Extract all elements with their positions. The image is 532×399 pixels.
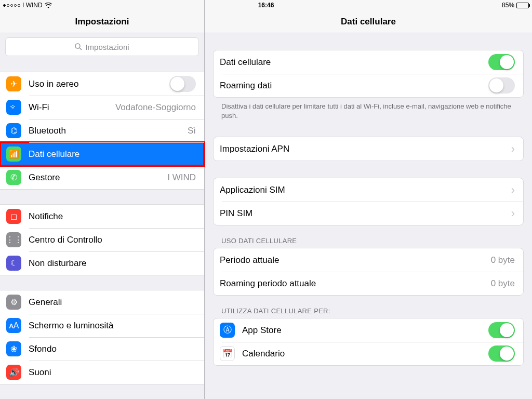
roaming-period-value: 0 byte bbox=[491, 278, 515, 289]
sidebar-item-label: Uso in aereo bbox=[29, 79, 169, 89]
appstore-switch[interactable] bbox=[488, 322, 515, 338]
chevron-right-icon: › bbox=[511, 183, 515, 197]
sidebar-item-dnd[interactable]: ☾Non disturbare bbox=[0, 251, 204, 275]
sidebar-item-label: Gestore bbox=[29, 172, 163, 183]
current-period-label: Periodo attuale bbox=[220, 255, 487, 265]
sidebar-item-label: Non disturbare bbox=[29, 258, 196, 269]
sidebar-item-controlcenter[interactable]: ⋮⋮Centro di Controllo bbox=[0, 228, 204, 251]
sidebar-item-label: Suoni bbox=[29, 367, 196, 378]
phone-icon: ✆ bbox=[6, 170, 21, 185]
cellular-data-switch[interactable] bbox=[488, 54, 515, 70]
search-icon bbox=[75, 43, 82, 50]
clock: 16:46 bbox=[258, 2, 274, 9]
sidebar-item-airplane[interactable]: ✈Uso in aereo bbox=[0, 72, 204, 96]
airplane-switch[interactable] bbox=[169, 76, 196, 92]
data-roaming-toggle-row[interactable]: Roaming dati bbox=[214, 74, 523, 97]
signal-strength-icon bbox=[3, 4, 20, 7]
battery-pct: 85% bbox=[502, 2, 514, 9]
sidebar-item-label: Schermo e luminosità bbox=[29, 321, 196, 331]
sidebar-item-value: I WIND bbox=[167, 172, 196, 183]
chevron-right-icon: › bbox=[511, 207, 515, 220]
data-roaming-label: Roaming dati bbox=[220, 81, 488, 91]
chevron-right-icon: › bbox=[511, 142, 515, 156]
wifi-status-icon bbox=[45, 3, 52, 8]
apn-settings-label: Impostazioni APN bbox=[220, 144, 508, 154]
sidebar-item-display[interactable]: ᴀASchermo e luminosità bbox=[0, 314, 204, 337]
sim-pin-row[interactable]: PIN SIM › bbox=[214, 202, 523, 225]
roaming-period-row[interactable]: Roaming periodo attuale 0 byte bbox=[214, 272, 523, 295]
per-app-label: Calendario bbox=[242, 349, 488, 359]
sidebar-item-general[interactable]: ⚙Generali bbox=[0, 290, 204, 314]
sidebar-item-notifications[interactable]: ◻Notifiche bbox=[0, 205, 204, 228]
current-period-value: 0 byte bbox=[491, 255, 515, 265]
gear-icon: ⚙ bbox=[6, 295, 21, 310]
cellular-data-note: Disattiva i dati cellulare per limitare … bbox=[213, 98, 524, 120]
per-app-label: App Store bbox=[242, 325, 488, 336]
notifications-icon: ◻ bbox=[6, 209, 21, 224]
battery-icon bbox=[516, 3, 529, 8]
airplane-icon: ✈ bbox=[6, 76, 21, 91]
apn-settings-row[interactable]: Impostazioni APN › bbox=[214, 137, 523, 161]
cellular-data-toggle-row[interactable]: Dati cellulare bbox=[214, 50, 523, 74]
usage-header: Uso dati cellulare bbox=[213, 225, 524, 248]
sidebar-item-wifi[interactable]: ᯤWi-FiVodafone-Soggiorno bbox=[0, 96, 204, 119]
carrier-label: I WIND bbox=[22, 2, 43, 9]
sidebar-item-label: Notifiche bbox=[29, 211, 196, 222]
sidebar-item-wallpaper[interactable]: ❀Sfondo bbox=[0, 337, 204, 361]
sidebar-item-carrier[interactable]: ✆GestoreI WIND bbox=[0, 166, 204, 189]
per-app-header: Utilizza dati cellulare per: bbox=[213, 296, 524, 318]
appstore-icon: Ⓐ bbox=[220, 323, 235, 338]
sidebar-item-cellular[interactable]: 📶Dati cellulare bbox=[0, 142, 204, 166]
per-app-row-calendar[interactable]: 📅Calendario bbox=[214, 342, 523, 365]
sidebar-item-label: Generali bbox=[29, 297, 196, 308]
sidebar-item-label: Centro di Controllo bbox=[29, 235, 196, 245]
wifi-icon: ᯤ bbox=[6, 100, 21, 115]
display-icon: ᴀA bbox=[6, 318, 21, 333]
sim-applications-label: Applicazioni SIM bbox=[220, 185, 508, 195]
search-input[interactable]: Impostazioni bbox=[5, 37, 199, 56]
moon-icon: ☾ bbox=[6, 256, 21, 271]
bluetooth-icon: ⌬ bbox=[6, 123, 21, 138]
sidebar-item-value: Vodafone-Soggiorno bbox=[115, 102, 196, 113]
sidebar-item-sounds[interactable]: 🔊Suoni bbox=[0, 361, 204, 384]
sidebar-item-label: Bluetooth bbox=[29, 126, 183, 136]
sidebar-item-label: Wi-Fi bbox=[29, 102, 111, 113]
sidebar-item-label: Sfondo bbox=[29, 344, 196, 354]
wallpaper-icon: ❀ bbox=[6, 341, 21, 356]
calendar-icon: 📅 bbox=[220, 346, 235, 361]
search-placeholder: Impostazioni bbox=[85, 43, 129, 51]
svg-point-0 bbox=[75, 44, 80, 48]
sidebar-item-bluetooth[interactable]: ⌬BluetoothSì bbox=[0, 119, 204, 142]
data-roaming-switch[interactable] bbox=[488, 77, 515, 94]
detail-pane: Dati cellulare Dati cellulare Roaming da… bbox=[205, 0, 532, 399]
controlcenter-icon: ⋮⋮ bbox=[6, 232, 21, 247]
roaming-period-label: Roaming periodo attuale bbox=[220, 278, 487, 289]
sidebar-item-label: Dati cellulare bbox=[29, 149, 196, 159]
sim-pin-label: PIN SIM bbox=[220, 208, 508, 219]
per-app-row-appstore[interactable]: ⒶApp Store bbox=[214, 318, 523, 342]
sidebar-item-value: Sì bbox=[188, 126, 196, 136]
calendar-switch[interactable] bbox=[488, 345, 515, 362]
settings-sidebar: Impostazioni Impostazioni ✈Uso in aereoᯤ… bbox=[0, 0, 205, 399]
sim-applications-row[interactable]: Applicazioni SIM › bbox=[214, 178, 523, 202]
current-period-row[interactable]: Periodo attuale 0 byte bbox=[214, 248, 523, 272]
cellular-icon: 📶 bbox=[6, 147, 21, 162]
svg-line-1 bbox=[79, 48, 82, 50]
sounds-icon: 🔊 bbox=[6, 365, 21, 380]
cellular-data-label: Dati cellulare bbox=[220, 57, 488, 68]
status-bar: I WIND 16:46 85% bbox=[0, 0, 532, 10]
